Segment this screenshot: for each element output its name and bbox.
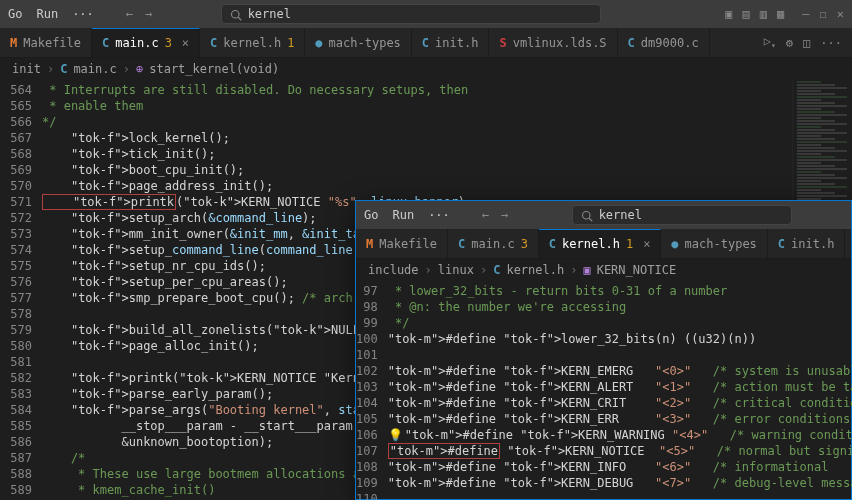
menu-bar: Go Run ··· (8, 7, 94, 21)
menu-more[interactable]: ··· (428, 208, 450, 222)
layout-grid-icon[interactable]: ▦ (777, 7, 784, 21)
close-tab-icon[interactable]: × (182, 36, 189, 50)
window-controls: ▣ ▤ ▥ ▦ — ☐ ✕ (725, 7, 844, 21)
svg-point-2 (582, 211, 590, 219)
command-center[interactable] (221, 4, 601, 24)
nav-forward-icon[interactable]: → (145, 7, 152, 21)
maximize-icon[interactable]: ☐ (820, 7, 827, 21)
tab-main-c[interactable]: Cmain.c3 (448, 229, 539, 258)
tab-main-c[interactable]: Cmain.c3× (92, 28, 200, 57)
tab-init-h[interactable]: Cinit.h (412, 28, 490, 57)
nav-back-icon[interactable]: ← (126, 7, 133, 21)
more-icon[interactable]: ··· (820, 36, 842, 50)
tab-init-h[interactable]: Cinit.h (768, 229, 846, 258)
menu-run[interactable]: Run (36, 7, 58, 21)
nav-back-icon[interactable]: ← (482, 208, 489, 222)
breadcrumb[interactable]: init› C main.c› ⊕ start_kernel(void) (0, 58, 852, 80)
command-center[interactable] (572, 205, 792, 225)
file-icon: ● (671, 237, 678, 251)
tab-kernel-h[interactable]: Ckernel.h1 (200, 28, 305, 57)
c-file-icon: C (458, 237, 465, 251)
c-file-icon: C (778, 237, 785, 251)
define-icon: ▣ (583, 263, 590, 277)
line-numbers: 979899100101102103104105106107108109110 (356, 281, 388, 499)
file-icon: ● (315, 36, 322, 50)
tab-vmlinux[interactable]: Svmlinux.lds.S (489, 28, 617, 57)
tab-mach-types[interactable]: ●mach-types (661, 229, 767, 258)
tab-kernel-h[interactable]: Ckernel.h1× (539, 229, 662, 258)
c-file-icon: C (102, 36, 109, 50)
editor-tabs: MMakefile Cmain.c3× Ckernel.h1 ●mach-typ… (0, 28, 852, 58)
menu-more[interactable]: ··· (72, 7, 94, 21)
close-tab-icon[interactable]: × (643, 237, 650, 251)
c-file-icon: C (422, 36, 429, 50)
tab-dm9000[interactable]: Cdm9000.c (618, 28, 710, 57)
gear-icon[interactable]: ⚙ (786, 36, 793, 50)
search-icon (230, 7, 242, 21)
run-icon[interactable]: ▷▾ (764, 34, 776, 50)
line-numbers: 5645655665675685695705715725735745755765… (0, 80, 42, 500)
tab-makefile[interactable]: MMakefile (356, 229, 448, 258)
c-file-icon: C (210, 36, 217, 50)
svg-line-3 (589, 218, 592, 221)
split-icon[interactable]: ◫ (803, 36, 810, 50)
makefile-icon: M (366, 237, 373, 251)
svg-point-0 (231, 10, 239, 18)
layout-bottom-icon[interactable]: ▤ (743, 7, 750, 21)
close-icon[interactable]: ✕ (837, 7, 844, 21)
nav-arrows: ← → (126, 7, 152, 21)
code-content[interactable]: * lower_32_bits - return bits 0-31 of a … (388, 281, 852, 499)
c-file-icon: C (60, 62, 67, 76)
second-window: Go Run ··· ← → MMakefile Cmain.c3 Ckerne… (355, 200, 852, 500)
menu-run[interactable]: Run (392, 208, 414, 222)
breadcrumb[interactable]: include› linux› C kernel.h› ▣ KERN_NOTIC… (356, 259, 851, 281)
search-input[interactable] (248, 7, 592, 21)
asm-file-icon: S (499, 36, 506, 50)
nav-forward-icon[interactable]: → (501, 208, 508, 222)
svg-line-1 (238, 17, 241, 20)
c-file-icon: C (549, 237, 556, 251)
tab-mach-types[interactable]: ●mach-types (305, 28, 411, 57)
titlebar: Go Run ··· ← → ▣ ▤ ▥ ▦ — ☐ ✕ (0, 0, 852, 28)
search-input[interactable] (599, 208, 783, 222)
tab-makefile[interactable]: MMakefile (0, 28, 92, 57)
minimize-icon[interactable]: — (802, 7, 809, 21)
layout-left-icon[interactable]: ▣ (725, 7, 732, 21)
makefile-icon: M (10, 36, 17, 50)
search-icon (581, 208, 593, 222)
c-file-icon: C (628, 36, 635, 50)
menu-go[interactable]: Go (8, 7, 22, 21)
menu-go[interactable]: Go (364, 208, 378, 222)
layout-right-icon[interactable]: ▥ (760, 7, 767, 21)
function-icon: ⊕ (136, 62, 143, 76)
tab-actions: ▷▾ ⚙ ◫ ··· (754, 28, 852, 57)
c-file-icon: C (493, 263, 500, 277)
